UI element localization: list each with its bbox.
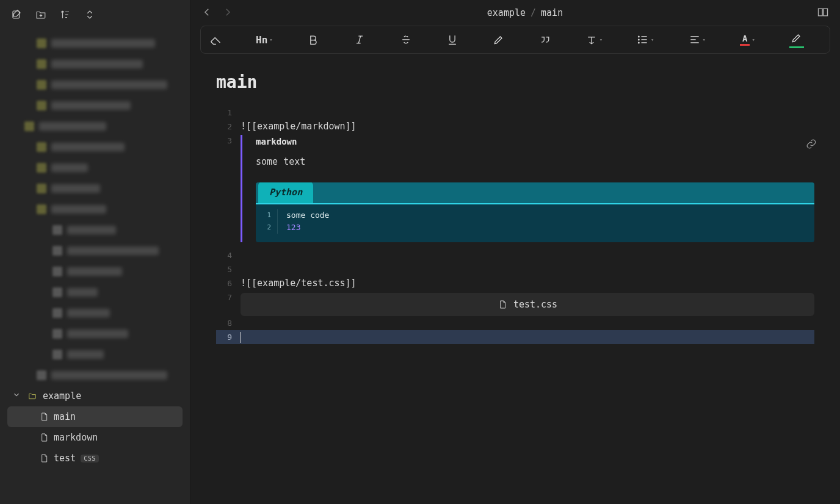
- nav-forward-button[interactable]: [222, 7, 233, 20]
- collapse-icon[interactable]: [84, 9, 95, 22]
- text-color-button[interactable]: A▾: [740, 34, 755, 46]
- svg-point-2: [639, 39, 640, 40]
- sort-icon[interactable]: [60, 9, 71, 22]
- folder-example[interactable]: example: [0, 386, 190, 406]
- file-icon: [39, 432, 49, 443]
- italic-button[interactable]: [353, 34, 366, 46]
- highlighter-color-button[interactable]: [789, 32, 804, 48]
- strikethrough-button[interactable]: [400, 34, 412, 46]
- highlight-button[interactable]: [493, 34, 505, 46]
- code-lang-tab[interactable]: Python: [258, 182, 313, 203]
- embedded-file-label: test.css: [513, 298, 557, 312]
- file-markdown[interactable]: markdown: [0, 427, 190, 448]
- nav-back-button[interactable]: [201, 7, 212, 20]
- file-explorer: example main markdown test CSS: [0, 0, 190, 504]
- file-label: main: [54, 411, 76, 422]
- new-folder-icon[interactable]: [35, 9, 46, 22]
- gutter: 1: [216, 106, 241, 120]
- editor-body[interactable]: main 1 2 ![[example/markdown]] 3 markdow…: [190, 54, 840, 504]
- folder-label: example: [43, 391, 81, 401]
- line-9-active[interactable]: [241, 330, 814, 344]
- list-button[interactable]: ▾: [637, 34, 654, 46]
- heading-button[interactable]: Hn▾: [256, 34, 273, 46]
- bold-button[interactable]: [307, 34, 319, 46]
- svg-point-3: [639, 42, 640, 43]
- file-label: test: [54, 453, 76, 464]
- folder-icon: [27, 392, 38, 400]
- clear-format-button[interactable]: [209, 34, 222, 46]
- sidebar-toolbar: [0, 0, 190, 31]
- new-note-icon[interactable]: [11, 9, 22, 22]
- text-transform-button[interactable]: ▾: [585, 34, 603, 46]
- file-test-css[interactable]: test CSS: [0, 448, 190, 469]
- reading-mode-icon[interactable]: [817, 6, 829, 20]
- embed-link-markdown[interactable]: ![[example/markdown]]: [241, 120, 814, 134]
- format-toolbar: Hn▾ ▾ ▾ ▾ A▾: [200, 26, 830, 54]
- text-cursor: [241, 332, 241, 343]
- code-block: Python 1 2 some code 123: [256, 182, 814, 242]
- underline-button[interactable]: [446, 34, 458, 46]
- file-label: markdown: [54, 432, 98, 443]
- note-title[interactable]: main: [216, 72, 814, 92]
- embedded-note-markdown: markdown some text Python 1 2: [241, 135, 814, 242]
- svg-point-1: [639, 36, 640, 37]
- quote-button[interactable]: [539, 34, 551, 46]
- align-button[interactable]: ▾: [689, 34, 706, 46]
- breadcrumb[interactable]: example / main: [243, 7, 807, 18]
- code-line-2: 123: [286, 221, 329, 234]
- file-icon: [498, 299, 507, 310]
- embed-title: markdown: [256, 135, 814, 149]
- breadcrumb-parent: example: [487, 7, 526, 18]
- embedded-file-testcss[interactable]: test.css: [241, 293, 814, 316]
- editor-pane: example / main Hn▾: [190, 0, 840, 504]
- embed-text: some text: [256, 155, 814, 169]
- code-line-1: some code: [286, 209, 329, 221]
- breadcrumb-current: main: [541, 7, 563, 18]
- file-icon: [39, 453, 49, 464]
- file-icon: [39, 411, 49, 422]
- open-link-icon[interactable]: [806, 139, 817, 154]
- ext-badge: CSS: [81, 455, 99, 463]
- topbar: example / main: [190, 0, 840, 26]
- chevron-down-icon: [12, 391, 22, 401]
- embed-link-testcss[interactable]: ![[example/test.css]]: [241, 276, 814, 290]
- breadcrumb-separator: /: [530, 7, 536, 18]
- file-main[interactable]: main: [7, 406, 183, 427]
